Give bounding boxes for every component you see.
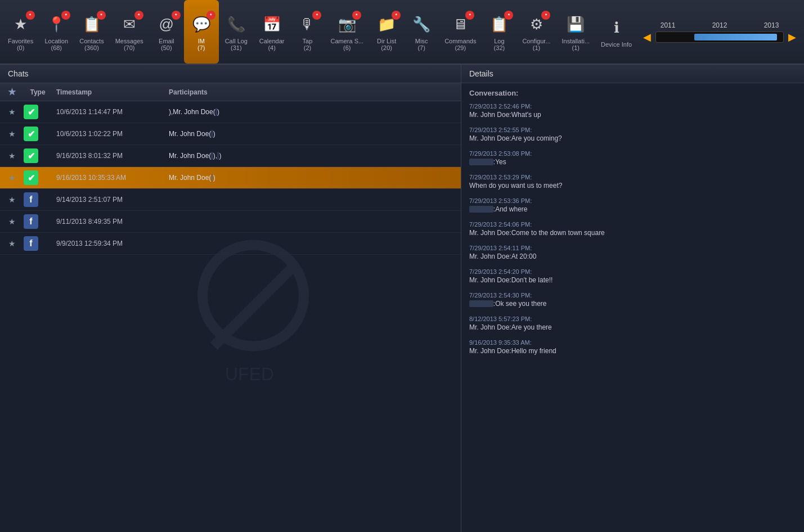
nav-item-calllog[interactable]: 📞Call Log(31) bbox=[219, 0, 254, 64]
commands-label: Commands bbox=[444, 38, 476, 44]
row-star-4[interactable]: ★ bbox=[0, 173, 24, 182]
nav-item-email[interactable]: @*Email(50) bbox=[149, 0, 184, 64]
right-panel: Details Conversation: 7/29/2013 2:52:46 … bbox=[461, 65, 804, 532]
star-icon-1: ★ bbox=[8, 107, 16, 116]
table-row[interactable]: ★f9/11/2013 8:49:35 PM bbox=[0, 211, 461, 233]
chat-message: 9/16/2013 9:35:33 AM:Mr. John Doe:Hello … bbox=[469, 339, 796, 355]
messages-count: (70) bbox=[124, 44, 135, 51]
nav-item-favorites[interactable]: ★*Favorites(0) bbox=[2, 0, 39, 64]
nav-item-dirlist[interactable]: 📁*Dir List(20) bbox=[369, 0, 404, 64]
details-title: Details bbox=[461, 65, 804, 83]
messages-label: Messages bbox=[115, 38, 143, 44]
nav-item-log[interactable]: 📋*Log(32) bbox=[482, 0, 516, 64]
contacts-badge: * bbox=[97, 11, 106, 20]
row-star-5[interactable]: ★ bbox=[0, 195, 24, 204]
nav-item-messages[interactable]: ✉*Messages(70) bbox=[110, 0, 149, 64]
nav-item-calendar[interactable]: 📅Calendar(4) bbox=[254, 0, 290, 64]
chat-text-8: :Ok see you there bbox=[469, 300, 796, 308]
type-badge-whatsapp-2: ✔ bbox=[24, 127, 38, 141]
row-timestamp-7: 9/9/2013 12:59:34 PM bbox=[52, 240, 164, 247]
table-row[interactable]: ★✔9/16/2013 10:35:33 AMMr. John Doe( ) bbox=[0, 167, 461, 189]
nav-item-configurr[interactable]: ⚙*Configur...(1) bbox=[516, 0, 556, 64]
messages-badge: * bbox=[134, 11, 143, 20]
misc-label: Misc bbox=[415, 38, 428, 44]
conversation-area[interactable]: Conversation: 7/29/2013 2:52:46 PM:Mr. J… bbox=[461, 83, 804, 532]
timeline-left-arrow[interactable]: ◀ bbox=[643, 31, 651, 43]
email-label: Email bbox=[159, 38, 174, 44]
calllog-label: Call Log bbox=[225, 38, 248, 44]
year-2011: 2011 bbox=[661, 21, 676, 29]
left-panel: Chats UFED ★ Type Timestamp Participants bbox=[0, 65, 461, 532]
timeline-right-arrow[interactable]: ▶ bbox=[788, 31, 796, 43]
im-label: IM bbox=[198, 38, 205, 44]
installati-count: (1) bbox=[572, 44, 580, 51]
commands-icon: 🖥* bbox=[448, 13, 472, 37]
chat-message: 7/29/2013 2:52:46 PM:Mr. John Doe:What's… bbox=[469, 103, 796, 119]
header-star[interactable]: ★ bbox=[0, 87, 24, 97]
tap-icon: 🎙* bbox=[295, 13, 319, 37]
conversation-label: Conversation: bbox=[469, 89, 796, 97]
calendar-count: (4) bbox=[268, 44, 275, 51]
chat-timestamp-8: 7/29/2013 2:54:30 PM: bbox=[469, 292, 796, 299]
table-row[interactable]: ★✔9/16/2013 8:01:32 PMMr. John Doe( ), ) bbox=[0, 145, 461, 167]
configurr-icon: ⚙* bbox=[524, 13, 548, 37]
contacts-icon: 📋* bbox=[80, 13, 104, 37]
row-timestamp-2: 10/6/2013 1:02:22 PM bbox=[52, 130, 164, 138]
header-timestamp[interactable]: Timestamp bbox=[52, 88, 164, 96]
email-count: (50) bbox=[161, 44, 172, 51]
misc-count: (7) bbox=[417, 44, 425, 51]
table-header: ★ Type Timestamp Participants bbox=[0, 83, 461, 101]
chat-text-6: Mr. John Doe:At 20:00 bbox=[469, 253, 796, 260]
nav-item-tap[interactable]: 🎙*Tap(2) bbox=[290, 0, 325, 64]
im-icon: 💬* bbox=[190, 13, 213, 37]
svg-point-0 bbox=[203, 245, 304, 346]
table-row[interactable]: ★f9/14/2013 2:51:07 PM bbox=[0, 189, 461, 211]
nav-item-contacts[interactable]: 📋*Contacts(360) bbox=[74, 0, 109, 64]
top-nav: ★*Favorites(0)📍*Location(68)📋*Contacts(3… bbox=[0, 0, 804, 65]
favorites-icon: ★* bbox=[9, 13, 33, 37]
chat-message: 7/29/2013 2:52:55 PM:Mr. John Doe:Are yo… bbox=[469, 127, 796, 142]
nav-item-im[interactable]: 💬*IM(7) bbox=[184, 0, 219, 64]
chats-table: UFED ★ Type Timestamp Participants ★✔10/… bbox=[0, 83, 461, 532]
favorites-label: Favorites bbox=[8, 38, 33, 44]
cameras-icon: 📷* bbox=[335, 13, 359, 37]
header-participants[interactable]: Participants bbox=[164, 88, 461, 96]
timeline-track[interactable] bbox=[655, 31, 784, 43]
star-icon-2: ★ bbox=[8, 129, 16, 138]
row-star-7[interactable]: ★ bbox=[0, 239, 24, 248]
header-type[interactable]: Type bbox=[24, 88, 52, 96]
table-row[interactable]: ★f9/9/2013 12:59:34 PM bbox=[0, 233, 461, 255]
cameras-count: (6) bbox=[343, 44, 351, 51]
row-star-3[interactable]: ★ bbox=[0, 151, 24, 160]
log-label: Log bbox=[494, 38, 504, 44]
nav-item-commands[interactable]: 🖥*Commands(29) bbox=[439, 0, 482, 64]
nav-item-location[interactable]: 📍*Location(68) bbox=[39, 0, 74, 64]
row-type-3: ✔ bbox=[24, 148, 52, 163]
log-count: (32) bbox=[494, 44, 505, 51]
table-row[interactable]: ★✔10/6/2013 1:02:22 PMMr. John Doe( ) bbox=[0, 123, 461, 145]
location-count: (68) bbox=[51, 44, 62, 51]
row-star-2[interactable]: ★ bbox=[0, 129, 24, 138]
chat-text-4: :And where bbox=[469, 205, 796, 213]
chat-timestamp-3: 7/29/2013 2:53:29 PM: bbox=[469, 174, 796, 181]
chat-text-10: Mr. John Doe:Hello my friend bbox=[469, 347, 796, 355]
nav-item-deviceinfo[interactable]: ℹDevice Info bbox=[595, 0, 637, 64]
timeline-years: 2011 2012 2013 bbox=[642, 21, 797, 29]
configurr-count: (1) bbox=[533, 44, 540, 51]
contacts-label: Contacts bbox=[79, 38, 104, 44]
location-label: Location bbox=[44, 38, 68, 44]
dirlist-label: Dir List bbox=[377, 38, 396, 44]
chat-timestamp-5: 7/29/2013 2:54:06 PM: bbox=[469, 221, 796, 228]
chat-message: 7/29/2013 2:53:29 PM:When do you want us… bbox=[469, 174, 796, 190]
nav-item-cameras[interactable]: 📷*Camera S...(6) bbox=[325, 0, 369, 64]
tap-count: (2) bbox=[304, 44, 311, 51]
row-star-1[interactable]: ★ bbox=[0, 107, 24, 116]
type-badge-facebook-6: f bbox=[24, 214, 38, 229]
row-participants-2: Mr. John Doe( ) bbox=[164, 130, 461, 138]
table-row[interactable]: ★✔10/6/2013 1:14:47 PM),Mr. John Doe( ) bbox=[0, 101, 461, 123]
nav-item-installati[interactable]: 💾Installati...(1) bbox=[556, 0, 596, 64]
tap-badge: * bbox=[312, 11, 321, 20]
row-star-6[interactable]: ★ bbox=[0, 217, 24, 226]
nav-item-misc[interactable]: 🔧Misc(7) bbox=[404, 0, 439, 64]
location-icon: 📍* bbox=[44, 13, 68, 37]
